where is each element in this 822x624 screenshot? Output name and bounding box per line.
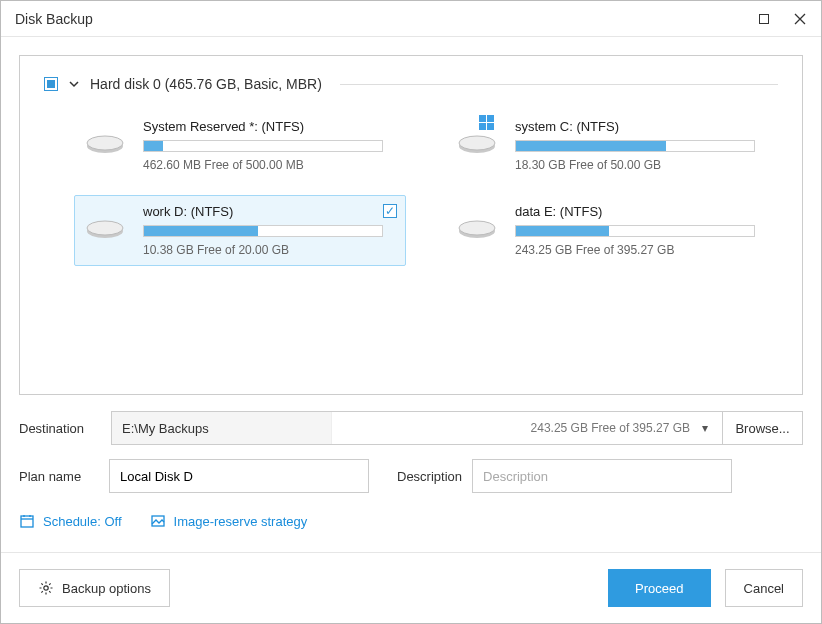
backup-options-label: Backup options xyxy=(62,581,151,596)
disk-title: Hard disk 0 (465.76 GB, Basic, MBR) xyxy=(90,76,322,92)
partition-name: system C: (NTFS) xyxy=(515,119,767,134)
plan-name-label: Plan name xyxy=(19,469,99,484)
name-description-row: Plan name Description xyxy=(19,459,803,493)
window-controls xyxy=(757,12,807,26)
content-area: Hard disk 0 (465.76 GB, Basic, MBR) Syst… xyxy=(1,37,821,552)
partition-free: 18.30 GB Free of 50.00 GB xyxy=(515,158,767,172)
schedule-link[interactable]: Schedule: Off xyxy=(19,513,122,529)
partition-work-d[interactable]: work D: (NTFS) 10.38 GB Free of 20.00 GB… xyxy=(74,195,406,266)
browse-button[interactable]: Browse... xyxy=(722,412,802,444)
partition-free: 243.25 GB Free of 395.27 GB xyxy=(515,243,767,257)
destination-path[interactable]: E:\My Backups xyxy=(112,412,332,444)
partition-free: 10.38 GB Free of 20.00 GB xyxy=(143,243,395,257)
usage-bar xyxy=(143,140,383,152)
partition-name: System Reserved *: (NTFS) xyxy=(143,119,395,134)
collapse-icon[interactable] xyxy=(68,78,80,90)
drive-icon xyxy=(457,130,503,161)
usage-bar xyxy=(515,225,755,237)
image-reserve-link[interactable]: Image-reserve strategy xyxy=(150,513,308,529)
description-input[interactable] xyxy=(472,459,732,493)
calendar-icon xyxy=(19,513,35,529)
svg-point-14 xyxy=(44,586,48,590)
disk-selection-panel: Hard disk 0 (465.76 GB, Basic, MBR) Syst… xyxy=(19,55,803,395)
proceed-button[interactable]: Proceed xyxy=(608,569,710,607)
destination-free-text: 243.25 GB Free of 395.27 GB xyxy=(531,421,690,435)
svg-rect-12 xyxy=(21,516,33,527)
plan-name-input[interactable] xyxy=(109,459,369,493)
description-label: Description xyxy=(397,469,462,484)
partition-system-c[interactable]: system C: (NTFS) 18.30 GB Free of 50.00 … xyxy=(446,110,778,181)
destination-dropdown-icon[interactable]: ▾ xyxy=(702,421,712,435)
usage-bar xyxy=(143,225,383,237)
titlebar: Disk Backup xyxy=(1,1,821,37)
destination-field: E:\My Backups 243.25 GB Free of 395.27 G… xyxy=(111,411,803,445)
maximize-button[interactable] xyxy=(757,12,771,26)
partition-system-reserved[interactable]: System Reserved *: (NTFS) 462.60 MB Free… xyxy=(74,110,406,181)
partition-data-e[interactable]: data E: (NTFS) 243.25 GB Free of 395.27 … xyxy=(446,195,778,266)
close-button[interactable] xyxy=(793,12,807,26)
window-title: Disk Backup xyxy=(15,11,93,27)
schedule-link-text: Schedule: Off xyxy=(43,514,122,529)
gear-icon xyxy=(38,580,54,596)
partition-grid: System Reserved *: (NTFS) 462.60 MB Free… xyxy=(74,110,778,266)
drive-icon xyxy=(85,215,131,246)
destination-free: 243.25 GB Free of 395.27 GB ▾ xyxy=(332,412,722,444)
usage-bar xyxy=(515,140,755,152)
partition-free: 462.60 MB Free of 500.00 MB xyxy=(143,158,395,172)
footer: Backup options Proceed Cancel xyxy=(1,552,821,623)
form-fields: Destination E:\My Backups 243.25 GB Free… xyxy=(19,411,803,529)
divider xyxy=(340,84,778,85)
partition-name: work D: (NTFS) xyxy=(143,204,395,219)
destination-label: Destination xyxy=(19,421,99,436)
option-links: Schedule: Off Image-reserve strategy xyxy=(19,513,803,529)
windows-logo-icon xyxy=(479,115,494,130)
disk-backup-window: Disk Backup Hard disk 0 (465.76 GB, Basi… xyxy=(0,0,822,624)
partition-name: data E: (NTFS) xyxy=(515,204,767,219)
destination-row: Destination E:\My Backups 243.25 GB Free… xyxy=(19,411,803,445)
disk-checkbox[interactable] xyxy=(44,77,58,91)
partition-checkbox[interactable]: ✓ xyxy=(383,204,397,218)
image-reserve-link-text: Image-reserve strategy xyxy=(174,514,308,529)
drive-icon xyxy=(457,215,503,246)
disk-header-row: Hard disk 0 (465.76 GB, Basic, MBR) xyxy=(44,76,778,92)
drive-icon xyxy=(85,130,131,161)
cancel-button[interactable]: Cancel xyxy=(725,569,803,607)
image-icon xyxy=(150,513,166,529)
backup-options-button[interactable]: Backup options xyxy=(19,569,170,607)
